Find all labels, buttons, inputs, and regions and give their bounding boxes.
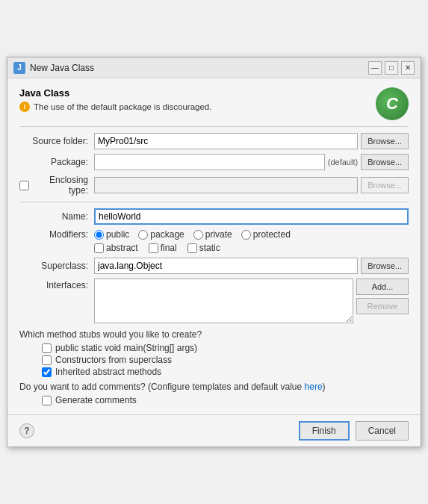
name-row: Name: [19, 208, 409, 225]
checkbox-static: static [187, 243, 220, 253]
warning-text: The use of the default package is discou… [34, 102, 211, 111]
remove-interface-button[interactable]: Remove [356, 298, 409, 314]
radio-private-input[interactable] [193, 230, 203, 240]
radio-package-input[interactable] [138, 230, 148, 240]
cancel-button[interactable]: Cancel [356, 421, 409, 441]
package-default-label: (default) [328, 158, 358, 167]
package-browse-button[interactable]: Browse... [361, 154, 409, 170]
inherited-row: Inherited abstract methods [42, 367, 409, 377]
constructors-label: Constructors from superclass [55, 355, 172, 365]
modifiers-radio-group: public package private protected [94, 229, 291, 240]
interfaces-label: Interfaces: [19, 279, 94, 290]
interfaces-buttons: Add... Remove [356, 279, 409, 314]
enclosing-type-browse-button[interactable]: Browse... [361, 177, 409, 193]
eclipse-logo: C [376, 87, 409, 120]
separator-1 [19, 126, 409, 127]
modifiers-label: Modifiers: [19, 229, 94, 240]
radio-protected-input[interactable] [241, 230, 251, 240]
enclosing-type-row: Enclosing type: Browse... [19, 175, 409, 196]
dialog-body: Java Class ! The use of the default pack… [7, 78, 421, 414]
generate-comments-checkbox[interactable] [42, 396, 52, 405]
generate-comments-row: Generate comments [42, 395, 409, 405]
radio-public: public [94, 229, 129, 240]
name-label: Name: [19, 211, 94, 222]
comments-title-prefix: Do you want to add comments? (Configure … [19, 382, 305, 392]
maximize-button[interactable]: □ [385, 61, 398, 75]
section-header-left: Java Class ! The use of the default pack… [19, 87, 211, 112]
radio-public-input[interactable] [94, 230, 104, 240]
static-label: static [199, 243, 220, 253]
separator-2 [19, 202, 409, 202]
superclass-input[interactable] [94, 258, 358, 274]
interfaces-textarea[interactable] [94, 279, 353, 323]
add-interface-button[interactable]: Add... [356, 279, 409, 295]
main-method-row: public static void main(String[] args) [42, 343, 409, 353]
abstract-checkbox[interactable] [94, 243, 104, 253]
stubs-section: Which method stubs would you like to cre… [19, 329, 409, 377]
package-input-wrapper: (default) [94, 154, 358, 170]
radio-protected-label: protected [253, 229, 291, 240]
package-input[interactable] [94, 154, 325, 170]
dialog-footer: ? Finish Cancel [7, 414, 421, 447]
final-checkbox[interactable] [149, 243, 158, 253]
source-folder-input[interactable] [94, 133, 358, 149]
modifiers-row: Modifiers: public package private protec… [19, 229, 409, 240]
dialog-title: New Java Class [30, 63, 94, 73]
titlebar-left: J New Java Class [13, 62, 94, 74]
enclosing-type-checkbox-label: Enclosing type: [19, 175, 94, 196]
radio-package: package [138, 229, 184, 240]
new-java-class-dialog: J New Java Class — □ ✕ Java Class ! The … [7, 57, 421, 447]
constructors-row: Constructors from superclass [42, 355, 409, 365]
inherited-label: Inherited abstract methods [55, 367, 161, 377]
source-folder-browse-button[interactable]: Browse... [361, 133, 409, 149]
warning-icon: ! [19, 102, 30, 112]
checkbox-final: final [149, 243, 177, 253]
titlebar-controls: — □ ✕ [368, 61, 415, 75]
section-header: Java Class ! The use of the default pack… [19, 87, 409, 120]
radio-public-label: public [106, 229, 129, 240]
superclass-label: Superclass: [19, 261, 94, 271]
inherited-checkbox[interactable] [42, 367, 52, 377]
main-method-label: public static void main(String[] args) [55, 343, 197, 353]
close-button[interactable]: ✕ [401, 61, 415, 75]
package-label: Package: [19, 157, 94, 167]
name-input[interactable] [94, 208, 409, 225]
comments-section: Do you want to add comments? (Configure … [19, 382, 409, 405]
minimize-button[interactable]: — [368, 61, 382, 75]
titlebar: J New Java Class — □ ✕ [7, 57, 421, 78]
footer-left: ? [19, 423, 293, 438]
radio-package-label: package [150, 229, 184, 240]
radio-protected: protected [241, 229, 291, 240]
enclosing-type-input[interactable] [94, 177, 358, 193]
constructors-checkbox[interactable] [42, 355, 52, 365]
finish-button[interactable]: Finish [299, 421, 350, 441]
radio-private: private [193, 229, 232, 240]
modifiers-checkbox-group: abstract final static [94, 243, 409, 253]
source-folder-row: Source folder: Browse... [19, 133, 409, 149]
superclass-browse-button[interactable]: Browse... [361, 258, 409, 274]
comments-here-link[interactable]: here [305, 382, 323, 392]
section-title: Java Class [19, 87, 211, 99]
abstract-label: abstract [106, 243, 138, 253]
generate-comments-label: Generate comments [55, 395, 137, 405]
enclosing-type-checkbox[interactable] [19, 181, 29, 190]
superclass-row: Superclass: Browse... [19, 258, 409, 274]
package-row: Package: (default) Browse... [19, 154, 409, 170]
checkbox-abstract: abstract [94, 243, 138, 253]
help-button[interactable]: ? [19, 423, 34, 438]
main-method-checkbox[interactable] [42, 343, 52, 353]
static-checkbox[interactable] [187, 243, 197, 253]
comments-title: Do you want to add comments? (Configure … [19, 382, 409, 392]
radio-private-label: private [205, 229, 232, 240]
interfaces-row: Interfaces: Add... Remove [19, 279, 409, 323]
comments-title-suffix: ) [323, 382, 326, 392]
dialog-icon: J [13, 62, 25, 74]
final-label: final [161, 243, 177, 253]
source-folder-label: Source folder: [19, 136, 94, 146]
stubs-title: Which method stubs would you like to cre… [19, 329, 409, 340]
warning-row: ! The use of the default package is disc… [19, 102, 211, 112]
